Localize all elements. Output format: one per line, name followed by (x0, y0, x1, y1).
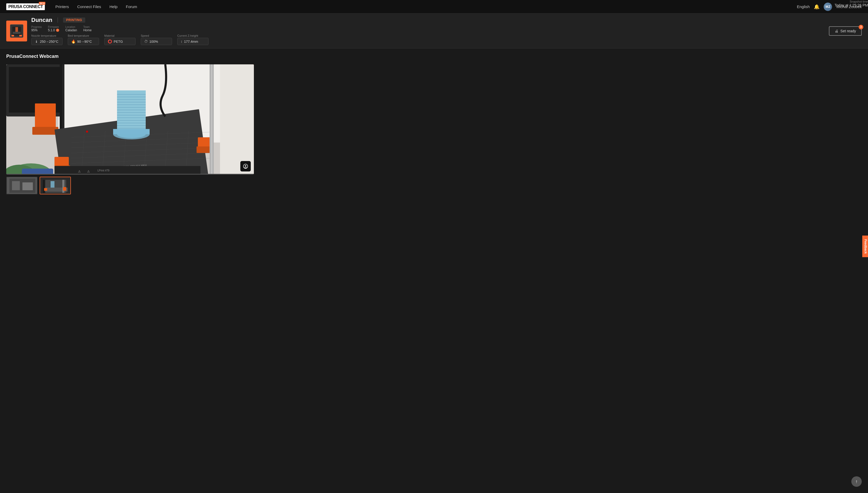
snapshot-label: Snapshot time (834, 0, 868, 3)
webcam-upload-button[interactable] (240, 161, 251, 171)
printer-header: Duncan PRINTING Progress 95% Firmware 5.… (0, 14, 868, 48)
speed-value: 100% (149, 40, 158, 44)
printer-thumbnail (6, 21, 27, 41)
navbar: PRUSA CONNECT BETA Printers Connect File… (0, 0, 868, 14)
thumbnail-row (6, 177, 254, 194)
svg-rect-61 (55, 166, 200, 174)
nozzle-icon: 🌡 (35, 39, 38, 44)
material-value-row: ⭕ PETG (104, 38, 135, 45)
svg-point-56 (86, 131, 88, 133)
material-label: Material (104, 34, 135, 37)
svg-text:⚠: ⚠ (78, 170, 81, 173)
location-value: Caladan (65, 28, 77, 32)
nav-links: Printers Connect Files Help Forum (55, 4, 797, 9)
webcam-image: ORIGINAL PRUSA MK4 by Josef Prusa (6, 64, 254, 175)
printer-status: PRINTING (63, 18, 85, 23)
progress-label: Progress (31, 25, 42, 28)
set-ready-button[interactable]: 🖨 Set ready 3 (829, 26, 862, 36)
main-content: PrusaConnect Webcam Snapshot time Today … (0, 48, 868, 199)
speed-value-row: ⏱ 100% (141, 38, 172, 45)
nav-connect-files[interactable]: Connect Files (77, 4, 101, 9)
firmware-ok-icon: ✓ (56, 29, 59, 32)
divider (58, 18, 58, 23)
z-height-label: Current Z-height (177, 34, 209, 37)
svg-rect-4 (12, 35, 14, 37)
printer-stats: Nozzle temperature 🌡 250→250°C Bed tempe… (31, 34, 825, 45)
printer-info: Duncan PRINTING Progress 95% Firmware 5.… (31, 17, 825, 45)
thumbnail-2[interactable] (40, 177, 71, 194)
z-height-value: 177.4mm (184, 40, 198, 44)
svg-rect-77 (63, 187, 66, 191)
team-label: Team (83, 25, 91, 28)
svg-rect-2 (13, 32, 21, 34)
snapshot-info: Snapshot time Today at 1:25:26 PM (834, 0, 868, 7)
bed-value-row: 🔥 90→90°C (68, 38, 99, 45)
stat-nozzle: Nozzle temperature 🌡 250→250°C (31, 34, 63, 45)
svg-rect-53 (211, 64, 212, 174)
svg-rect-68 (22, 183, 33, 190)
feedback-tab[interactable]: Feedback (862, 236, 868, 257)
progress-value: 95% (31, 28, 42, 32)
material-value: PETG (114, 40, 123, 44)
team-value: Home (83, 28, 91, 32)
printer-name-row: Duncan PRINTING (31, 17, 825, 23)
webcam-container: ORIGINAL PRUSA MK4 by Josef Prusa (6, 64, 254, 194)
bed-icon: 🔥 (71, 39, 76, 44)
webcam-title: PrusaConnect Webcam (6, 54, 59, 59)
set-ready-badge: 3 (859, 25, 863, 29)
firmware-value: 5.1.0 ✓ (48, 28, 59, 32)
nozzle-value: 250→250°C (40, 40, 58, 44)
speed-label: Speed (141, 34, 172, 37)
svg-rect-3 (15, 27, 18, 32)
svg-rect-60 (22, 169, 53, 174)
snapshot-time: Today at 1:25:26 PM (834, 3, 868, 7)
firmware-label: Firmware (48, 25, 59, 28)
meta-team: Team Home (83, 25, 91, 32)
material-icon: ⭕ (108, 39, 112, 44)
stat-material: Material ⭕ PETG (104, 34, 135, 45)
svg-rect-74 (62, 180, 64, 193)
nav-help[interactable]: Help (109, 4, 118, 9)
bed-value: 90→90°C (77, 40, 92, 44)
speed-icon: ⏱ (144, 39, 148, 44)
svg-rect-57 (220, 64, 254, 174)
meta-progress: Progress 95% (31, 25, 42, 32)
z-height-icon: ↕ (181, 39, 183, 44)
location-label: Location (65, 25, 77, 28)
meta-location: Location Caladan (65, 25, 77, 32)
set-ready-label: Set ready (840, 29, 856, 33)
printer-name: Duncan (31, 17, 52, 23)
stat-speed: Speed ⏱ 100% (141, 34, 172, 45)
stat-bed: Bed temperature 🔥 90→90°C (68, 34, 99, 45)
stat-z-height: Current Z-height ↕ 177.4mm (177, 34, 209, 45)
nozzle-label: Nozzle temperature (31, 34, 63, 37)
notifications-icon[interactable]: 🔔 (814, 4, 820, 9)
scroll-top-button[interactable]: ↑ (851, 476, 862, 487)
nozzle-value-row: 🌡 250→250°C (31, 38, 63, 45)
svg-rect-47 (113, 129, 150, 134)
svg-rect-11 (32, 127, 58, 135)
meta-firmware: Firmware 5.1.0 ✓ (48, 25, 59, 32)
avatar: MZ (824, 3, 832, 11)
bed-label: Bed temperature (68, 34, 99, 37)
logo[interactable]: PRUSA CONNECT BETA (6, 3, 45, 10)
svg-text:LPrint #79: LPrint #79 (98, 169, 109, 172)
logo-text: PRUSA CONNECT (8, 4, 43, 9)
svg-rect-5 (19, 35, 22, 37)
printer-icon: 🖨 (834, 29, 838, 33)
svg-text:⚠: ⚠ (87, 170, 90, 173)
svg-rect-75 (43, 180, 45, 193)
svg-rect-76 (44, 188, 47, 191)
svg-rect-67 (12, 181, 20, 190)
nav-forum[interactable]: Forum (126, 4, 137, 9)
language-selector[interactable]: English (797, 4, 810, 9)
printer-meta: Progress 95% Firmware 5.1.0 ✓ Location C… (31, 25, 825, 32)
z-height-value-row: ↕ 177.4mm (177, 38, 209, 45)
thumbnail-1[interactable] (6, 177, 38, 194)
beta-badge: BETA (39, 2, 45, 5)
nav-printers[interactable]: Printers (55, 4, 69, 9)
